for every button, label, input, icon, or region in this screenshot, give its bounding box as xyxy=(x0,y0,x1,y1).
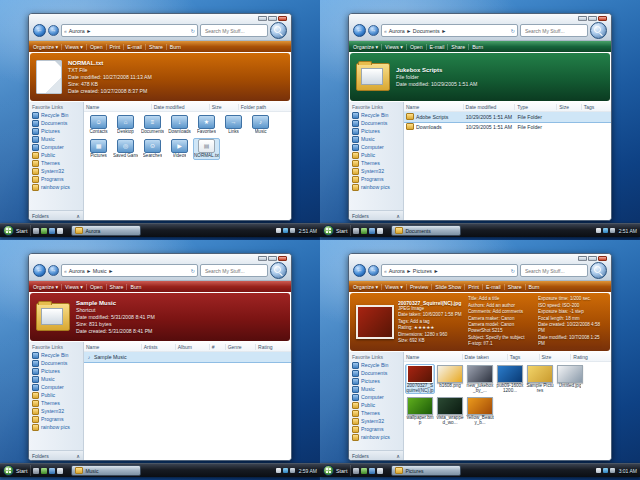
file-item[interactable]: ↓Downloads xyxy=(166,114,193,136)
picture-item[interactable]: Yellow_Beauty_b... xyxy=(465,396,495,426)
sidebar-item[interactable]: Recycle Bin xyxy=(349,361,403,369)
sidebar-item[interactable]: Documents xyxy=(29,359,83,367)
history-chevron-icon[interactable]: « xyxy=(384,268,387,274)
toolbar-button[interactable]: Burn xyxy=(472,44,486,50)
sidebar-item[interactable]: Recycle Bin xyxy=(29,351,83,359)
sidebar-item[interactable]: System32 xyxy=(349,167,403,175)
breadcrumb[interactable]: « Aurora ► ↻ xyxy=(61,24,198,37)
toolbar-button[interactable]: Organize ▾ xyxy=(33,284,62,290)
forward-button[interactable]: → xyxy=(368,265,379,276)
sidebar-item[interactable]: Computer xyxy=(29,143,83,151)
clock[interactable]: 2:51 AM xyxy=(617,228,637,234)
sidebar-item[interactable]: Programs xyxy=(29,415,83,423)
back-button[interactable]: ← xyxy=(33,24,46,37)
sidebar-item[interactable]: Music xyxy=(29,375,83,383)
breadcrumb-path[interactable]: Aurora ► Documents ► xyxy=(389,28,447,34)
refresh-icon[interactable]: ↻ xyxy=(511,268,515,274)
tray-security-icon[interactable] xyxy=(596,228,601,233)
sidebar-item[interactable]: Computer xyxy=(29,383,83,391)
sidebar-item[interactable]: Pictures xyxy=(29,127,83,135)
tray-network-icon[interactable] xyxy=(283,468,288,473)
sidebar-item[interactable]: Programs xyxy=(349,175,403,183)
tray-security-icon[interactable] xyxy=(276,228,281,233)
column-header[interactable]: Name xyxy=(404,104,463,110)
maximize-button[interactable] xyxy=(268,256,277,261)
quicklaunch-icon-4[interactable] xyxy=(377,468,383,474)
file-item[interactable]: ♪Music xyxy=(247,114,274,136)
maximize-button[interactable] xyxy=(268,16,277,21)
sidebar-item[interactable]: Documents xyxy=(349,369,403,377)
toolbar-button[interactable]: Organize ▾ xyxy=(353,284,382,290)
search-orb-icon[interactable] xyxy=(270,22,287,39)
column-header[interactable]: Artists xyxy=(141,344,175,350)
column-header[interactable]: Date taken xyxy=(462,354,507,360)
search-orb-icon[interactable] xyxy=(590,22,607,39)
sidebar-item[interactable]: System32 xyxy=(349,417,403,425)
column-header[interactable]: Tags xyxy=(507,354,539,360)
refresh-icon[interactable]: ↻ xyxy=(191,268,195,274)
sidebar-item[interactable]: Music xyxy=(349,385,403,393)
refresh-icon[interactable]: ↻ xyxy=(511,28,515,34)
picture-item[interactable]: Sample Pictures xyxy=(525,364,555,394)
sidebar-item[interactable]: rainbow pics xyxy=(349,433,403,441)
search-box[interactable] xyxy=(200,24,268,37)
toolbar-button[interactable]: Share xyxy=(508,284,526,290)
clock[interactable]: 2:59 AM xyxy=(297,468,317,474)
toolbar-button[interactable]: Share xyxy=(110,284,128,290)
search-orb-icon[interactable] xyxy=(270,262,287,279)
sidebar-item[interactable]: Programs xyxy=(29,175,83,183)
column-header[interactable]: Date modified xyxy=(463,104,515,110)
file-item[interactable]: ◎Saved Games xyxy=(112,138,139,160)
start-button[interactable]: Start xyxy=(3,225,31,236)
history-chevron-icon[interactable]: « xyxy=(64,268,67,274)
quicklaunch-icon-3[interactable] xyxy=(49,468,55,474)
sidebar-item[interactable]: Documents xyxy=(349,119,403,127)
sidebar-item[interactable]: Public xyxy=(349,401,403,409)
search-box[interactable] xyxy=(520,24,588,37)
sidebar-item[interactable]: Public xyxy=(349,151,403,159)
column-header[interactable]: Name xyxy=(84,104,151,110)
close-button[interactable] xyxy=(598,16,607,21)
sidebar-item[interactable]: System32 xyxy=(29,407,83,415)
sidebar-item[interactable]: Themes xyxy=(349,409,403,417)
toolbar-button[interactable]: Preview xyxy=(410,284,432,290)
picture-item[interactable]: pub09-1600x1200... xyxy=(495,364,525,394)
back-button[interactable]: ← xyxy=(33,264,46,277)
search-box[interactable] xyxy=(200,264,268,277)
toolbar-button[interactable]: Print xyxy=(468,284,483,290)
column-header[interactable]: Date modified xyxy=(151,104,209,110)
column-header[interactable]: Album xyxy=(175,344,209,350)
quicklaunch-icon-1[interactable] xyxy=(353,468,359,474)
sidebar-item[interactable]: Themes xyxy=(29,159,83,167)
tray-security-icon[interactable] xyxy=(276,468,281,473)
maximize-button[interactable] xyxy=(588,256,597,261)
file-item[interactable]: ▤NORMAL.txt xyxy=(193,138,220,160)
breadcrumb-path[interactable]: Aurora ► xyxy=(69,28,92,34)
search-input[interactable] xyxy=(203,27,265,35)
folders-band[interactable]: Folders∧ xyxy=(29,210,83,220)
quicklaunch-icon-4[interactable] xyxy=(377,228,383,234)
picture-item[interactable]: vista_wrapped_wo... xyxy=(435,396,465,426)
column-header[interactable]: # xyxy=(209,344,225,350)
column-header[interactable]: Rating xyxy=(255,344,291,350)
toolbar-button[interactable]: Share xyxy=(149,44,167,50)
folders-band[interactable]: Folders∧ xyxy=(349,450,403,460)
taskbar-window-button[interactable]: Music xyxy=(71,465,141,476)
quicklaunch-icon-2[interactable] xyxy=(41,228,47,234)
history-chevron-icon[interactable]: « xyxy=(384,28,387,34)
sidebar-item[interactable]: Programs xyxy=(349,425,403,433)
sidebar-item[interactable]: Computer xyxy=(349,393,403,401)
quicklaunch-icon-1[interactable] xyxy=(33,468,39,474)
file-item[interactable]: →Links xyxy=(220,114,247,136)
toolbar-button[interactable]: Views ▾ xyxy=(65,44,87,50)
toolbar-button[interactable]: Slide Show xyxy=(435,284,465,290)
quicklaunch-icon-3[interactable] xyxy=(369,228,375,234)
picture-item[interactable]: b1608.png xyxy=(435,364,465,394)
toolbar-button[interactable]: E-mail xyxy=(430,44,449,50)
file-item[interactable]: ▶Videos xyxy=(166,138,193,160)
file-item[interactable]: ▦Pictures xyxy=(85,138,112,160)
minimize-button[interactable] xyxy=(258,16,267,21)
column-header[interactable]: Name xyxy=(404,354,462,360)
picture-item[interactable]: 20070327_Squirrel(NC).jpg xyxy=(405,364,435,394)
breadcrumb-path[interactable]: Aurora ► Music ► xyxy=(69,268,114,274)
